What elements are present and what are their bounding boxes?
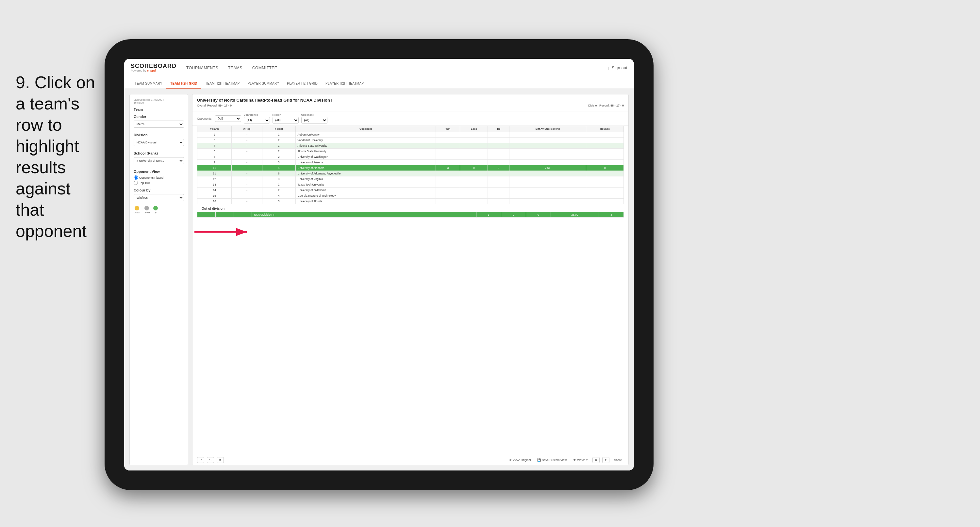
sidebar-school-label: School (Rank) — [134, 151, 184, 155]
share-button[interactable]: Share — [612, 457, 624, 463]
tab-player-h2h-grid[interactable]: PLAYER H2H GRID — [283, 79, 321, 89]
ood-win: 1 — [476, 212, 501, 218]
grid-table: # Rank # Reg # Conf Opponent Win Loss Ti… — [197, 126, 624, 204]
cell-rank: 12 — [197, 177, 232, 182]
redo-button[interactable]: ↪ — [207, 457, 214, 463]
legend-dot-down — [135, 206, 139, 210]
cell-reg: - — [232, 137, 262, 143]
cell-diff — [509, 182, 586, 188]
cell-rank: 16 — [197, 199, 232, 204]
tab-team-summary[interactable]: TEAM SUMMARY — [131, 79, 166, 89]
cell-diff — [509, 143, 586, 149]
opponents-filter-label: Opponents: — [197, 117, 212, 120]
cell-loss: 0 — [460, 165, 488, 171]
cell-win — [436, 149, 460, 154]
cell-rounds — [586, 188, 624, 193]
table-row[interactable]: 14 - 2 University of Oklahoma — [197, 188, 624, 193]
cell-tie — [488, 154, 509, 160]
cell-win — [436, 132, 460, 137]
save-custom-view-button[interactable]: 💾 Save Custom View — [535, 457, 569, 463]
cell-opponent: University of Oklahoma — [295, 188, 436, 193]
radio-top100[interactable]: Top 100 — [134, 181, 184, 185]
cell-loss — [460, 143, 488, 149]
cell-conf: 2 — [262, 154, 295, 160]
last-updated: Last Updated: 27/03/2024 16:55:38 — [134, 98, 184, 104]
tab-player-h2h-heatmap[interactable]: PLAYER H2H HEATMAP — [321, 79, 368, 89]
export-button[interactable]: ⬆ — [602, 457, 609, 463]
gender-select[interactable]: Men's — [134, 121, 184, 128]
cell-diff — [509, 132, 586, 137]
opponent-view-options: Opponents Played Top 100 — [134, 175, 184, 185]
cell-rounds — [586, 182, 624, 188]
table-row[interactable]: 16 - 3 University of Florida — [197, 199, 624, 204]
filter-row: Opponents: (All) Conference (All) Region… — [192, 111, 628, 126]
sign-out-button[interactable]: Sign out — [612, 64, 627, 72]
cell-conf: 3 — [262, 199, 295, 204]
table-row[interactable]: 13 - 1 Texas Tech University — [197, 182, 624, 188]
reset-button[interactable]: ↺ — [216, 457, 224, 463]
table-row[interactable]: 8 - 2 University of Washington — [197, 154, 624, 160]
ood-tie: 0 — [526, 212, 550, 218]
legend-up: Up — [153, 206, 158, 214]
table-row[interactable]: 9 - 3 University of Arizona — [197, 160, 624, 165]
cell-opponent: University of Arkansas, Fayetteville — [295, 171, 436, 177]
cell-win — [436, 182, 460, 188]
table-row[interactable]: 2 - 1 Auburn University — [197, 132, 624, 137]
table-row[interactable]: 3 - 2 Vanderbilt University — [197, 137, 624, 143]
col-diff: Diff Av Strokes/Rnd — [509, 126, 586, 132]
region-filter: Region (All) — [272, 113, 299, 124]
cell-diff — [509, 177, 586, 182]
toolbar: ↩ ↪ ↺ 👁 View: Original 💾 Save Custom Vie… — [192, 455, 628, 465]
cell-rounds — [586, 171, 624, 177]
conference-select[interactable]: (All) — [244, 117, 270, 124]
cell-rounds — [586, 177, 624, 182]
cell-opponent: Florida State University — [295, 149, 436, 154]
colour-by-select[interactable]: Win/loss — [134, 194, 184, 201]
cell-loss — [460, 193, 488, 199]
cell-opponent: University of Alabama — [295, 165, 436, 171]
nav-item-teams[interactable]: TEAMS — [228, 64, 242, 72]
cell-loss — [460, 149, 488, 154]
watch-button[interactable]: 👁 Watch ▾ — [571, 457, 590, 463]
cell-tie — [488, 160, 509, 165]
cell-loss — [460, 182, 488, 188]
table-row[interactable]: 6 - 2 Florida State University — [197, 149, 624, 154]
table-row[interactable]: 11 - 5 University of Alabama 3 0 0 2.61 … — [197, 165, 624, 171]
nav-item-tournaments[interactable]: TOURNAMENTS — [186, 64, 218, 72]
table-row[interactable]: 15 - 4 Georgia Institute of Technology — [197, 193, 624, 199]
settings-button[interactable]: ⚙ — [592, 457, 600, 463]
table-row[interactable]: 4 - 1 Arizona State University — [197, 143, 624, 149]
cell-win — [436, 199, 460, 204]
opponent-select[interactable]: (All) — [301, 117, 328, 124]
tab-player-summary[interactable]: PLAYER SUMMARY — [244, 79, 283, 89]
cell-opponent: University of Arizona — [295, 160, 436, 165]
legend-down: Down — [134, 206, 140, 214]
cell-reg: - — [232, 171, 262, 177]
logo-area: SCOREBOARD Powered by clippd — [131, 63, 177, 73]
division-select[interactable]: NCAA Division I — [134, 139, 184, 146]
col-loss: Loss — [460, 126, 488, 132]
cell-rank: 8 — [197, 154, 232, 160]
table-row[interactable]: 12 - 3 University of Virginia — [197, 177, 624, 182]
cell-rounds: 8 — [586, 165, 624, 171]
nav-item-committee[interactable]: COMMITTEE — [252, 64, 277, 72]
out-of-division-row[interactable]: NCAA Division II 1 0 0 26.00 3 — [197, 212, 624, 218]
cell-conf: 2 — [262, 149, 295, 154]
sidebar: Last Updated: 27/03/2024 16:55:38 Team G… — [129, 94, 188, 465]
radio-opponents-played[interactable]: Opponents Played — [134, 175, 184, 180]
sidebar-opponent-view-label: Opponent View — [134, 170, 184, 174]
view-original-button[interactable]: 👁 View: Original — [507, 457, 533, 463]
legend-dot-level — [145, 206, 149, 210]
opponent-filter: Opponent (All) — [301, 113, 328, 124]
undo-button[interactable]: ↩ — [197, 457, 204, 463]
table-row[interactable]: 11 - 6 University of Arkansas, Fayettevi… — [197, 171, 624, 177]
cell-opponent: University of Virginia — [295, 177, 436, 182]
school-select[interactable]: 4 University of Nort... — [134, 157, 184, 164]
opponents-filter-select[interactable]: (All) — [215, 115, 241, 122]
tab-team-h2h-heatmap[interactable]: TEAM H2H HEATMAP — [201, 79, 244, 89]
region-select[interactable]: (All) — [272, 117, 299, 124]
cell-reg: - — [232, 177, 262, 182]
tab-team-h2h-grid[interactable]: TEAM H2H GRID — [166, 79, 201, 89]
sidebar-team-label: Team — [134, 107, 184, 111]
ood-rounds: 3 — [599, 212, 624, 218]
